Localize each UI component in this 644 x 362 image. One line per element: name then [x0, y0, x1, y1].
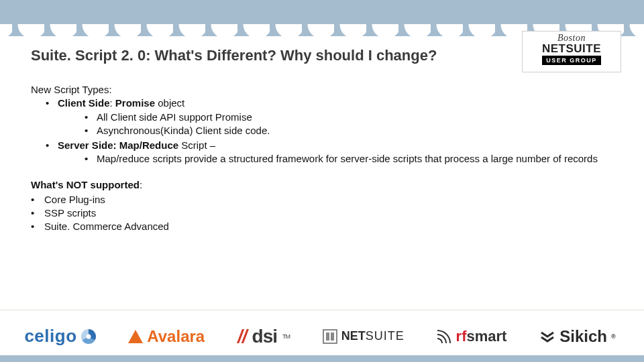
sikich-chevron-icon — [539, 328, 555, 345]
rfsmart-waves-icon — [437, 330, 451, 343]
bullet-icon: • — [46, 139, 58, 152]
not-supported-heading: What's NOT supported: — [31, 178, 624, 192]
client-sub2: Asynchronous(Kinda) Client side code. — [97, 124, 624, 137]
boston-netsuite-user-group-logo: Boston NETSUITE USER GROUP — [522, 31, 621, 72]
client-sub1: All Client side API support Promise — [97, 111, 624, 124]
new-script-types-heading: New Script Types: — [31, 83, 624, 97]
promise-bold: Promise — [115, 97, 155, 109]
bullet-icon: • — [85, 152, 97, 166]
sponsor-sikich-logo: Sikich® — [539, 327, 615, 346]
bullet-icon: • — [31, 206, 44, 220]
sponsor-rfsmart-logo: rfsmart — [437, 328, 507, 345]
not-supported-item: Core Plug-ins — [44, 193, 105, 206]
logo-user-group-badge: USER GROUP — [542, 56, 601, 65]
not-supported-item: SSP scripts — [44, 206, 96, 220]
sponsor-dsi-logo: //dsiTM — [237, 326, 290, 347]
bullet-icon: • — [31, 220, 44, 233]
sponsor-footer: celigo Avalara //dsiTM NETSUITE rfsmart … — [0, 310, 644, 362]
dsi-slashes-icon: // — [237, 326, 247, 347]
bullet-icon: • — [31, 193, 44, 206]
bullet-icon: • — [85, 111, 97, 124]
sponsor-netsuite-logo: NETSUITE — [323, 329, 405, 344]
client-side-line: Client Side: Promise object — [58, 97, 624, 110]
logo-netsuite-text: NETSUITE — [542, 43, 601, 54]
sponsor-celigo-logo: celigo — [24, 326, 95, 347]
not-supported-item: Suite. Commerce Advanced — [44, 220, 169, 233]
slide-body: New Script Types: • Client Side: Promise… — [31, 83, 624, 234]
avalara-triangle-icon — [128, 330, 143, 343]
client-side-bold: Client Side — [58, 97, 110, 109]
bullet-icon: • — [46, 97, 58, 110]
not-supported-list: •Core Plug-ins •SSP scripts •Suite. Comm… — [31, 193, 624, 234]
script-types-list: • Client Side: Promise object • All Clie… — [31, 97, 624, 166]
server-sub1: Map/reduce scripts provide a structured … — [97, 152, 624, 166]
celigo-dot-icon — [81, 329, 96, 344]
server-side-bold: Server Side: Map/Reduce — [58, 139, 178, 151]
bullet-icon: • — [85, 124, 97, 137]
sponsor-avalara-logo: Avalara — [128, 327, 205, 346]
server-side-line: Server Side: Map/Reduce Script – — [58, 139, 624, 152]
netsuite-mark-icon — [323, 329, 337, 344]
